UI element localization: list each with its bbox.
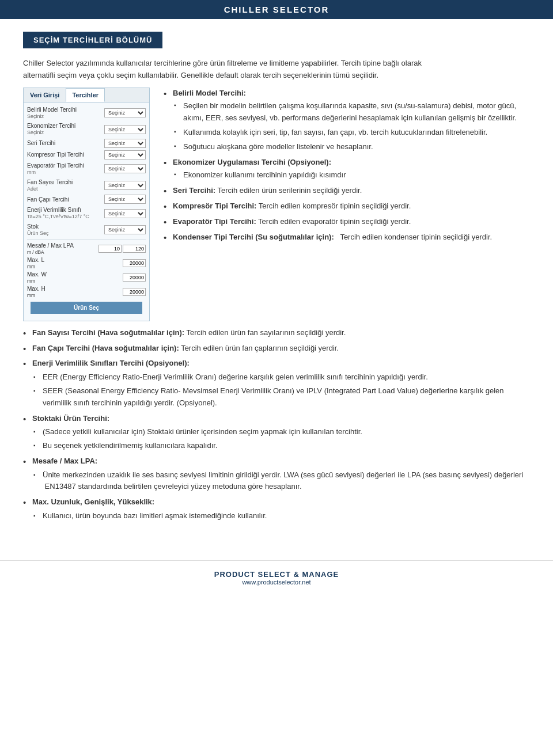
input-maxh[interactable] [123, 288, 146, 296]
panel-row-seri: Seri Tercihi Seçiniz [27, 139, 146, 148]
bullet-seri-title: Seri Tercihi: [173, 186, 215, 195]
full-bullet-stok: Stoktaki Ürün Tercihi: (Sadece yetkili k… [23, 413, 530, 452]
panel-row-maxw: Max. W mm [27, 271, 146, 284]
panel-row-lpa: Mesafe / Max LPA m / dBA [27, 242, 146, 255]
panel-label-belirli: Belirli Model Tercihi Seçiniz [27, 106, 104, 120]
two-column-layout: Veri Girişi Tercihler Belirli Model Terc… [23, 88, 530, 321]
panel-lpa-inputs [99, 245, 146, 253]
section-heading: SEÇİM TERCİHLERİ BÖLÜMÜ [23, 32, 162, 48]
panel-divider-1 [27, 240, 146, 240]
panel-row-maxl: Max. L mm [27, 257, 146, 269]
bullet-kondenser: Kondenser Tipi Tercihi (Su soğutmalılar … [164, 231, 530, 244]
panel-tabs: Veri Girişi Tercihler [24, 88, 149, 102]
intro-line1: Chiller Selector yazılımında kullanıcıla… [23, 59, 422, 67]
full-bullet-lpa: Mesafe / Max LPA: Ünite merkezinden uzak… [23, 455, 530, 493]
select-seri[interactable]: Seçiniz [104, 139, 146, 148]
panel-label-seri: Seri Tercihi [27, 139, 104, 147]
footer-url: www.productselector.net [0, 579, 553, 586]
footer: PRODUCT SELECT & MANAGE www.productselec… [0, 560, 553, 594]
app-title: CHILLER SELECTOR [224, 5, 329, 14]
full-bullet-enerji: Enerji Verimlilik Sınıfları Tercihi (Ops… [23, 358, 530, 409]
sub-belirli-3: Soğutucu akışkana göre modeller listelen… [173, 141, 530, 153]
panel-label-fan-capi: Fan Çapı Tercihi [27, 196, 104, 203]
panel-row-maxh: Max. H mm [27, 286, 146, 298]
bullet-belirli: Belirli Model Tercihi: Seçilen bir model… [164, 88, 530, 153]
input-lpa-max[interactable] [123, 245, 146, 253]
right-panel-bullets: Belirli Model Tercihi: Seçilen bir model… [164, 88, 530, 321]
panel-label-kompresor: Kompresor Tipi Tercihi [27, 151, 104, 158]
panel-row-kompresor: Kompresor Tipi Tercihi Seçiniz [27, 150, 146, 159]
full-title-stok: Stoktaki Ürün Tercihi: [32, 414, 109, 423]
full-title-lpa: Mesafe / Max LPA: [32, 457, 97, 465]
bullet-kompresor: Kompresör Tipi Tercihi: Tercih edilen ko… [164, 200, 530, 212]
bullet-kompresor-title: Kompresör Tipi Tercihi: [173, 202, 256, 210]
panel-row-stok: Stok Ürün Seç Seçiniz [27, 223, 146, 237]
panel-label-fan-sayisi: Fan Sayısı Tercihi Adet [27, 178, 104, 193]
urun-sec-button[interactable]: Ürün Seç [31, 302, 142, 314]
section-heading-wrapper: SEÇİM TERCİHLERİ BÖLÜMÜ [0, 19, 553, 58]
full-sub-max-1: Kullanıcı, ürün boyunda bazı limitleri a… [32, 510, 530, 522]
select-ekonomizer[interactable]: Seçiniz [104, 125, 146, 134]
footer-brand: PRODUCT SELECT & MANAGE [0, 570, 553, 579]
panel-body: Belirli Model Tercihi Seçiniz Seçiniz Ek… [24, 102, 149, 321]
panel-label-evaporator: Evaporatör Tipi Tercihi mm [27, 162, 104, 176]
bullet-ekonomizer: Ekonomizer Uygulaması Tercihi (Opsiyonel… [164, 157, 530, 182]
tab-tercihler[interactable]: Tercihler [66, 88, 105, 102]
select-kompresor[interactable]: Seçiniz [104, 150, 146, 159]
bullet-ekonomizer-title: Ekonomizer Uygulaması Tercihi (Opsiyonel… [173, 158, 331, 166]
full-bullet-list: Fan Sayısı Tercihi (Hava soğutmalılar iç… [23, 327, 530, 522]
select-evaporator[interactable]: Seçiniz [104, 164, 146, 173]
full-title-fan-capi: Fan Çapı Tercihi (Hava soğutmalılar için… [32, 344, 179, 352]
full-sub-enerji-2: SEER (Seasonal Energy Efficiency Ratio- … [32, 385, 530, 409]
full-title-enerji: Enerji Verimlilik Sınıfları Tercihi (Ops… [32, 359, 190, 367]
panel-label-ekonomizer: Ekonomizer Tercihi Seçiniz [27, 122, 104, 136]
panel-row-belirli: Belirli Model Tercihi Seçiniz Seçiniz [27, 106, 146, 120]
input-lpa-distance[interactable] [99, 245, 122, 253]
intro-paragraph: Chiller Selector yazılımında kullanıcıla… [23, 58, 530, 82]
full-sub-lpa: Ünite merkezinden uzaklık ile ses basınç… [32, 469, 530, 493]
sub-list-ekonomizer: Ekonomizer kullanımı tercihinin yapıldığ… [173, 169, 530, 181]
bullet-belirli-title: Belirli Model Tercihi: [173, 89, 246, 97]
bullet-kondenser-title: Kondenser Tipi Tercihi (Su soğutmalılar … [173, 233, 334, 241]
panel-row-ekonomizer: Ekonomizer Tercihi Seçiniz Seçiniz [27, 122, 146, 136]
full-sub-lpa-1: Ünite merkezinden uzaklık ile ses basınç… [32, 469, 530, 493]
input-maxl[interactable] [123, 259, 146, 267]
full-sub-enerji-1: EER (Energy Efficiency Ratio-Enerji Veri… [32, 371, 530, 383]
panel-row-fan-capi: Fan Çapı Tercihi Seçiniz [27, 195, 146, 204]
right-bullet-list: Belirli Model Tercihi: Seçilen bir model… [164, 88, 530, 244]
bullet-evaporator-title: Evaporatör Tipi Tercihi: [173, 217, 256, 226]
panel-row-fan-sayisi: Fan Sayısı Tercihi Adet Seçiniz [27, 178, 146, 193]
intro-line2: alternatifli seçim veya çoklu seçim kull… [23, 71, 378, 79]
full-title-fan-sayisi: Fan Sayısı Tercihi (Hava soğutmalılar iç… [32, 328, 184, 337]
panel-row-enerji: Enerji Verimlilik Sınıfı Ta=25 °C,Tve/Vt… [27, 206, 146, 221]
full-bullet-fan-capi: Fan Çapı Tercihi (Hava soğutmalılar için… [23, 343, 530, 355]
sub-list-belirli: Seçilen bir modelin belirtilen çalışma k… [173, 100, 530, 153]
select-fan-capi[interactable]: Seçiniz [104, 195, 146, 204]
select-enerji[interactable]: Seçiniz [104, 209, 146, 218]
sub-belirli-2: Kullanımda kolaylık için seri, tip, fan … [173, 127, 530, 139]
full-sub-stok-1: (Sadece yetkili kullanıcılar için) Stokt… [32, 426, 530, 438]
tab-veri-girisi[interactable]: Veri Girişi [24, 88, 66, 102]
panel-label-maxh: Max. H mm [27, 286, 123, 298]
full-title-max-dimensions: Max. Uzunluk, Genişlik, Yükseklik: [32, 497, 154, 506]
full-bullet-fan-sayisi: Fan Sayısı Tercihi (Hava soğutmalılar iç… [23, 327, 530, 339]
full-sub-stok-2: Bu seçenek yetkilendirilmemiş kullanıcıl… [32, 440, 530, 452]
panel-row-evaporator: Evaporatör Tipi Tercihi mm Seçiniz [27, 162, 146, 176]
input-maxw[interactable] [123, 273, 146, 282]
full-sub-max-dimensions: Kullanıcı, ürün boyunda bazı limitleri a… [32, 510, 530, 522]
panel-label-maxl: Max. L mm [27, 257, 123, 269]
panel-label-stok: Stok Ürün Seç [27, 223, 104, 237]
panel-label-enerji: Enerji Verimlilik Sınıfı Ta=25 °C,Tve/Vt… [27, 206, 104, 221]
sub-belirli-1: Seçilen bir modelin belirtilen çalışma k… [173, 100, 530, 124]
panel-label-maxw: Max. W mm [27, 271, 123, 284]
select-fan-sayisi[interactable]: Seçiniz [104, 181, 146, 190]
full-sub-stok: (Sadece yetkili kullanıcılar için) Stokt… [32, 426, 530, 452]
main-content: Chiller Selector yazılımında kullanıcıla… [0, 58, 553, 543]
full-sub-enerji: EER (Energy Efficiency Ratio-Enerji Veri… [32, 371, 530, 409]
preferences-panel: Veri Girişi Tercihler Belirli Model Terc… [23, 88, 150, 321]
select-stok[interactable]: Seçiniz [104, 225, 146, 234]
select-belirli[interactable]: Seçiniz [104, 108, 146, 117]
sub-ekonomizer-1: Ekonomizer kullanımı tercihinin yapıldığ… [173, 169, 530, 181]
full-bullet-max-dimensions: Max. Uzunluk, Genişlik, Yükseklik: Kulla… [23, 496, 530, 522]
bullet-seri: Seri Tercihi: Tercih edilen ürün seriler… [164, 185, 530, 197]
